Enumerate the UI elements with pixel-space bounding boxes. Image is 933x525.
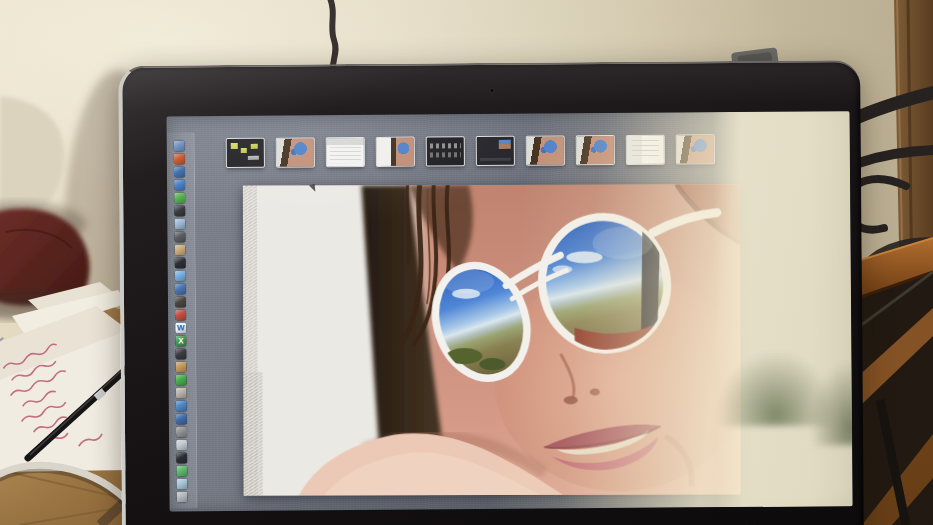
dock-icon-gold-app[interactable] bbox=[175, 361, 186, 372]
dock-icon-dark-app-1[interactable] bbox=[174, 205, 185, 216]
expose-window-photo-1[interactable] bbox=[277, 138, 314, 166]
photo-viewer-window[interactable] bbox=[243, 184, 741, 495]
dock-icon-excel[interactable]: X bbox=[175, 335, 186, 346]
dock-icon-pointer-app[interactable] bbox=[176, 387, 187, 398]
dock-icon-red-app[interactable] bbox=[175, 309, 186, 320]
dock-icon-word[interactable]: W bbox=[175, 322, 186, 333]
dock-icon-gray-app[interactable] bbox=[176, 426, 187, 437]
dock-icon-glyph: W bbox=[177, 324, 185, 332]
dock-icon-mail[interactable] bbox=[176, 439, 187, 450]
photo-of-woman-with-sunglasses bbox=[243, 184, 741, 495]
expose-window-browser[interactable] bbox=[327, 138, 364, 166]
expose-window-stickies[interactable] bbox=[227, 139, 264, 167]
dock-icon-address-book[interactable] bbox=[174, 218, 185, 229]
laptop-screen: WX bbox=[167, 111, 853, 511]
dock-icon-terminal[interactable] bbox=[175, 257, 186, 268]
dock-icon-lightblue-app[interactable] bbox=[176, 478, 187, 489]
expose-window-document[interactable] bbox=[627, 136, 664, 164]
isight-camera bbox=[490, 89, 493, 92]
dock-icon-printer-utility[interactable] bbox=[174, 231, 185, 242]
expose-window-photo-3[interactable] bbox=[577, 136, 614, 164]
dock-icon-globe-app[interactable] bbox=[176, 413, 187, 424]
expose-window-photo-with-sidebar[interactable] bbox=[377, 138, 414, 166]
dock-icon-dark-app-2[interactable] bbox=[175, 348, 186, 359]
macbook-laptop: WX bbox=[118, 60, 864, 525]
dock-icon-safari[interactable] bbox=[175, 270, 186, 281]
dock-icon-expose-app[interactable] bbox=[176, 465, 187, 476]
expose-thumbnail-row bbox=[227, 135, 714, 167]
dock-icon-blue-app-3[interactable] bbox=[176, 400, 187, 411]
expose-window-photo-2[interactable] bbox=[527, 136, 564, 164]
dock-icon-glyph: X bbox=[178, 337, 183, 345]
expose-window-dark-editor[interactable] bbox=[477, 137, 514, 165]
dock-icon-clock-app[interactable] bbox=[176, 452, 187, 463]
dock-icon-iphoto[interactable] bbox=[175, 296, 186, 307]
dock-icon-tan-app[interactable] bbox=[175, 244, 186, 255]
reflected-plant-2 bbox=[810, 361, 852, 446]
dock-icon-green-messenger[interactable] bbox=[174, 192, 185, 203]
photographed-scene: WX bbox=[0, 0, 933, 525]
expose-window-photo-4[interactable] bbox=[677, 135, 714, 163]
expose-window-filmstrip[interactable] bbox=[427, 137, 464, 165]
dock-icon-blue-app-1[interactable] bbox=[174, 179, 185, 190]
dock-icon-firefox[interactable] bbox=[174, 153, 185, 164]
dock-icon-blue-app-2[interactable] bbox=[175, 283, 186, 294]
dock-icon-google-earth[interactable] bbox=[174, 166, 185, 177]
dock-icon-trash[interactable] bbox=[176, 491, 187, 502]
dock-icon-finder[interactable] bbox=[174, 140, 185, 151]
dock-icon-green-app[interactable] bbox=[176, 374, 187, 385]
